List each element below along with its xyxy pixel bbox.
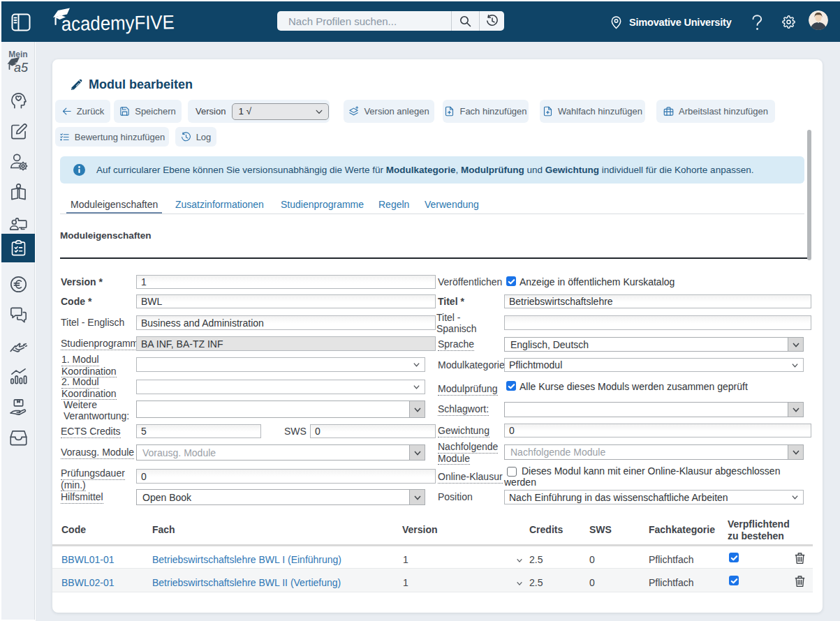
svg-text:a5: a5 [14, 61, 29, 75]
svg-text:academyFIVE: academyFIVE [61, 11, 175, 35]
